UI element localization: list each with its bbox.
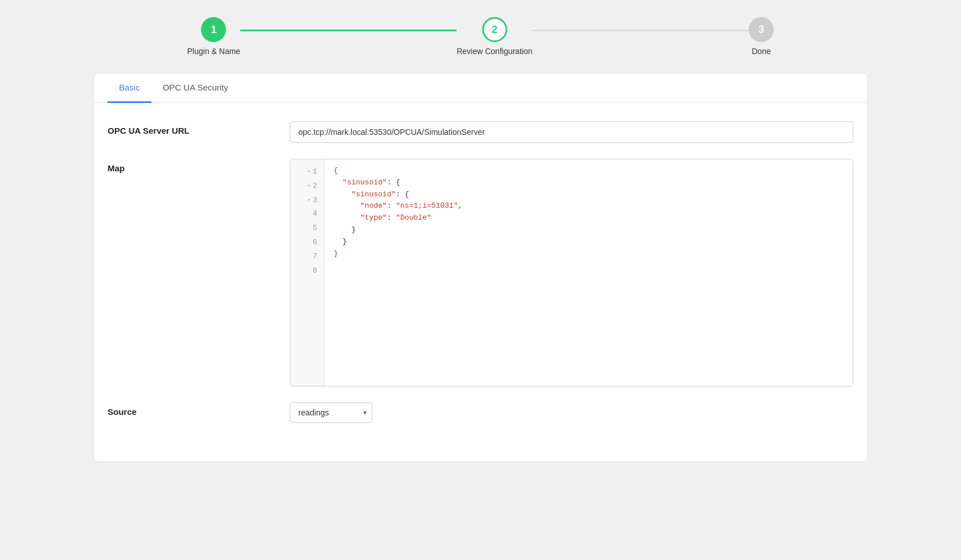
code-content: { "sinusoid": { "sinusoid": { "node": "n…: [325, 159, 853, 386]
line-numbers: ▾ 1 ▾ 2 ▾ 3 4: [290, 159, 325, 386]
step-1: 1 Plugin & Name: [187, 17, 240, 56]
map-control: ▾ 1 ▾ 2 ▾ 3 4: [290, 159, 853, 386]
source-control: readings measurements values ▾: [290, 402, 853, 423]
step-2-number: 2: [492, 24, 498, 36]
step-2-circle: 2: [482, 17, 507, 42]
tabs-bar: Basic OPC UA Security: [94, 73, 867, 103]
source-select[interactable]: readings measurements values: [290, 402, 372, 423]
line-num-3: ▾ 3: [290, 193, 324, 208]
main-card: Basic OPC UA Security OPC UA Server URL …: [93, 73, 868, 462]
step-3-number: 3: [758, 24, 764, 36]
collapse-arrow-3: ▾: [307, 196, 310, 204]
line-num-8: 8: [290, 264, 324, 278]
server-url-row: OPC UA Server URL: [108, 121, 853, 143]
form-body: OPC UA Server URL Map ▾ 1 ▾ 2: [94, 103, 867, 462]
map-row: Map ▾ 1 ▾ 2 ▾ 3: [108, 159, 853, 386]
source-label: Source: [108, 402, 290, 417]
line-num-5: 5: [290, 221, 324, 236]
tab-basic[interactable]: Basic: [108, 73, 151, 103]
stepper-line-2: [532, 30, 749, 31]
step-2: 2 Review Configuration: [457, 17, 532, 56]
server-url-input[interactable]: [290, 121, 853, 143]
step-3-circle: 3: [749, 17, 774, 42]
collapse-arrow-2: ▾: [307, 182, 310, 190]
tab-opc-ua-security[interactable]: OPC UA Security: [151, 73, 240, 103]
server-url-control: [290, 121, 853, 143]
source-row: Source readings measurements values ▾: [108, 402, 853, 423]
code-editor[interactable]: ▾ 1 ▾ 2 ▾ 3 4: [290, 159, 853, 386]
line-num-7: 7: [290, 250, 324, 264]
step-1-label: Plugin & Name: [187, 47, 240, 56]
map-label: Map: [108, 159, 290, 173]
source-select-wrapper: readings measurements values ▾: [290, 402, 372, 423]
collapse-arrow-1: ▾: [307, 168, 310, 176]
step-3: 3 Done: [749, 17, 774, 56]
line-num-4: 4: [290, 207, 324, 221]
step-2-label: Review Configuration: [457, 47, 532, 56]
line-num-2: ▾ 2: [290, 179, 324, 193]
stepper-line-1: [240, 30, 457, 31]
step-1-circle: 1: [201, 17, 226, 42]
step-3-label: Done: [752, 47, 771, 56]
stepper: 1 Plugin & Name 2 Review Configuration 3…: [23, 17, 938, 56]
step-1-number: 1: [211, 24, 216, 36]
line-num-6: 6: [290, 236, 324, 250]
server-url-label: OPC UA Server URL: [108, 121, 290, 135]
line-num-1: ▾ 1: [290, 165, 324, 179]
